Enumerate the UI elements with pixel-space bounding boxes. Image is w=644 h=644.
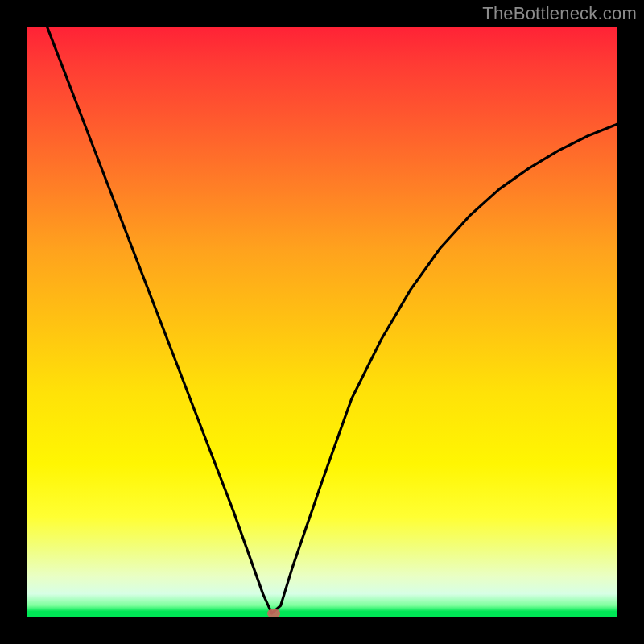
plot-area	[27, 27, 617, 617]
bottleneck-curve	[27, 27, 617, 617]
minimum-marker	[267, 609, 280, 617]
watermark-text: TheBottleneck.com	[482, 3, 637, 24]
chart-frame: TheBottleneck.com	[0, 0, 644, 644]
